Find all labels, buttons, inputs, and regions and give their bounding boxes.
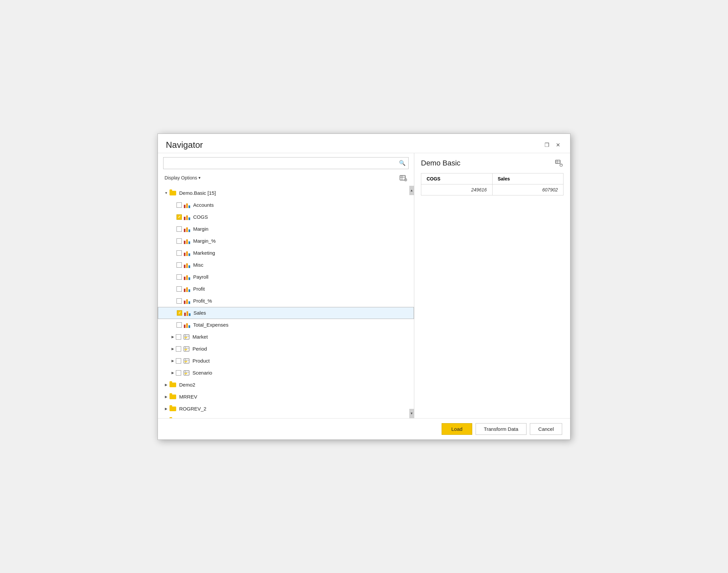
expander-roguerev: ▶	[163, 418, 169, 418]
label-product: Product	[193, 358, 210, 364]
label-margin-pct: Margin_%	[193, 238, 216, 244]
search-input[interactable]	[166, 160, 399, 166]
tree-node-profit-pct[interactable]: Profit_%	[158, 295, 414, 307]
col-header-cogs: COGS	[421, 173, 492, 184]
expander-period: ▶	[170, 346, 176, 352]
label-profit-pct: Profit_%	[193, 298, 212, 304]
load-button[interactable]: Load	[441, 423, 472, 435]
preview-mode-icon[interactable]	[554, 158, 564, 168]
expander-demo2: ▶	[163, 382, 169, 388]
label-misc: Misc	[193, 262, 204, 268]
label-total-expenses: Total_Expenses	[193, 322, 228, 328]
measure-icon-margin-pct	[184, 238, 191, 244]
checkbox-product[interactable]	[176, 358, 181, 364]
expander-product: ▶	[170, 358, 176, 364]
transform-data-button[interactable]: Transform Data	[476, 423, 527, 435]
table-row: 249616 607902	[421, 184, 564, 195]
measure-icon-accounts	[184, 202, 191, 208]
tree-node-accounts[interactable]: Accounts	[158, 199, 414, 211]
checkbox-payroll[interactable]	[176, 274, 182, 280]
folder-icon-rogrev2	[169, 406, 176, 412]
tree-node-margin-pct[interactable]: Margin_%	[158, 235, 414, 247]
checkbox-margin-pct[interactable]	[176, 239, 182, 244]
dimension-icon-period	[183, 346, 190, 352]
search-bar-row: 🔍	[158, 153, 414, 171]
preview-title: Demo Basic	[421, 159, 461, 167]
tree-node-product[interactable]: ▶ Product	[158, 355, 414, 367]
measure-icon-margin	[184, 226, 191, 232]
checkbox-cogs[interactable]	[176, 214, 182, 220]
expander-rogrev2: ▶	[163, 406, 169, 412]
expander-mrrev: ▶	[163, 394, 169, 400]
tree-node-market[interactable]: ▶ Market	[158, 331, 414, 343]
col-header-sales: Sales	[492, 173, 564, 184]
tree-node-sales[interactable]: Sales	[158, 307, 414, 319]
label-marketing: Marketing	[193, 250, 215, 256]
tree-node-profit[interactable]: Profit	[158, 283, 414, 295]
cell-cogs: 249616	[421, 184, 492, 195]
checkbox-margin[interactable]	[176, 226, 182, 232]
dialog-title: Navigator	[166, 140, 203, 150]
expander-scenario: ▶	[170, 370, 176, 376]
title-bar-controls: ❐ ✕	[542, 141, 562, 149]
cancel-button[interactable]: Cancel	[530, 423, 562, 435]
main-content: 🔍 Display Options	[158, 153, 570, 418]
checkbox-misc[interactable]	[176, 262, 182, 268]
tree-node-scenario[interactable]: ▶ Scenario	[158, 367, 414, 379]
right-panel: Demo Basic COGS Sales	[414, 153, 570, 418]
tree-node-demo-basic[interactable]: ▼ Demo.Basic [15]	[158, 187, 414, 199]
tree-node-misc[interactable]: Misc	[158, 259, 414, 271]
tree-node-rogrev2[interactable]: ▶ ROGREV_2	[158, 403, 414, 415]
tree-node-marketing[interactable]: Marketing	[158, 247, 414, 259]
right-header: Demo Basic	[421, 158, 564, 168]
measure-icon-cogs	[184, 214, 191, 220]
footer: Load Transform Data Cancel	[158, 418, 570, 439]
checkbox-marketing[interactable]	[176, 250, 182, 256]
folder-icon-demo2	[169, 382, 176, 388]
folder-icon	[169, 190, 176, 196]
tree-list[interactable]: ▼ Demo.Basic [15]	[158, 186, 414, 418]
folder-icon-mrrev	[169, 394, 176, 400]
tree-node-cogs[interactable]: COGS	[158, 211, 414, 223]
measure-icon-payroll	[184, 274, 191, 280]
scroll-up-arrow[interactable]: ▲	[409, 186, 414, 195]
label-margin: Margin	[193, 226, 208, 232]
scroll-down-arrow[interactable]: ▼	[409, 409, 414, 418]
display-options-button[interactable]: Display Options	[163, 174, 202, 181]
tree-node-demo2[interactable]: ▶ Demo2	[158, 379, 414, 391]
dimension-icon-market	[183, 334, 190, 340]
search-input-wrapper: 🔍	[163, 157, 409, 169]
cell-sales: 607902	[492, 184, 564, 195]
checkbox-total-expenses[interactable]	[176, 322, 182, 328]
tree-node-payroll[interactable]: Payroll	[158, 271, 414, 283]
label-demo2: Demo2	[179, 382, 195, 387]
label-payroll: Payroll	[193, 274, 208, 280]
tree-node-mrrev[interactable]: ▶ MRREV	[158, 391, 414, 403]
label-scenario: Scenario	[193, 370, 212, 375]
measure-icon-marketing	[184, 250, 191, 256]
tree-node-roguerev[interactable]: ▶ ROGUEREV	[158, 415, 414, 418]
label-cogs: COGS	[193, 214, 208, 220]
label-profit: Profit	[193, 286, 205, 292]
tree-node-margin[interactable]: Margin	[158, 223, 414, 235]
checkbox-profit[interactable]	[176, 286, 182, 292]
svg-point-21	[560, 164, 563, 166]
search-icon-button[interactable]: 🔍	[399, 160, 406, 166]
tree-node-period[interactable]: ▶ Period	[158, 343, 414, 355]
add-table-icon[interactable]	[398, 172, 409, 183]
tree-node-total-expenses[interactable]: Total_Expenses	[158, 319, 414, 331]
dimension-icon-product	[183, 358, 190, 364]
title-bar: Navigator ❐ ✕	[158, 134, 570, 153]
folder-icon-roguerev	[169, 418, 176, 418]
left-panel: 🔍 Display Options	[158, 153, 414, 418]
restore-button[interactable]: ❐	[542, 141, 551, 149]
checkbox-market[interactable]	[176, 334, 181, 340]
checkbox-scenario[interactable]	[176, 370, 181, 375]
checkbox-profit-pct[interactable]	[176, 298, 182, 304]
dimension-icon-scenario	[183, 370, 190, 376]
checkbox-sales[interactable]	[177, 310, 182, 316]
checkbox-period[interactable]	[176, 346, 181, 352]
close-button[interactable]: ✕	[554, 141, 562, 149]
preview-table: COGS Sales 249616 607902	[421, 173, 564, 196]
checkbox-accounts[interactable]	[176, 202, 182, 208]
